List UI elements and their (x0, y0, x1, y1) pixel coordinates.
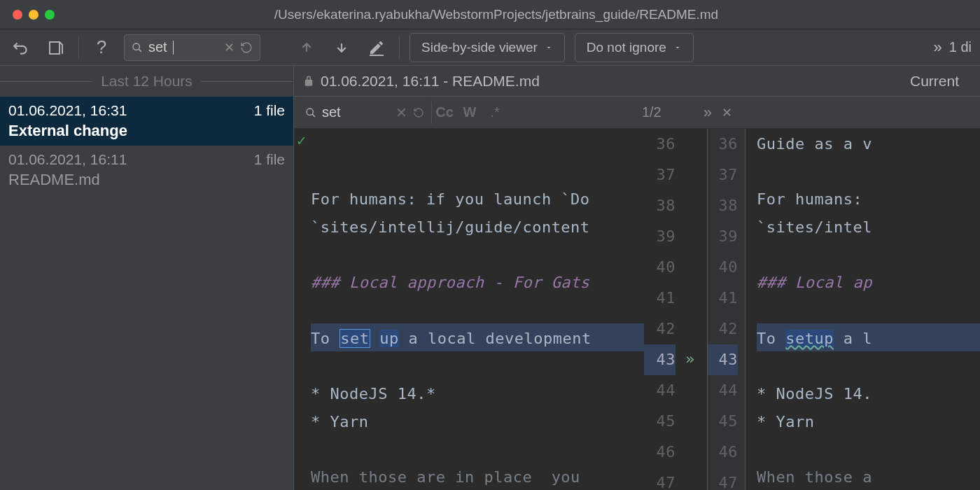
search-icon (305, 107, 316, 118)
window-controls (13, 10, 55, 20)
code-area: ✓ . . For humans: if you launch `Do `sit… (294, 129, 980, 490)
diff-search-value: set (322, 104, 341, 120)
viewer-mode-label: Side-by-side viewer (421, 40, 538, 55)
diff-middle-gutter: » (682, 129, 707, 490)
svg-point-3 (307, 108, 313, 115)
svg-rect-0 (50, 42, 59, 54)
close-search-icon[interactable]: ✕ (722, 105, 732, 120)
entry-name: External change (8, 122, 285, 140)
entry-file-count: 1 file (254, 151, 285, 168)
lock-icon (302, 75, 315, 88)
words-button[interactable]: W (457, 100, 482, 125)
left-gutter: 36373839404142434445464748 (644, 129, 682, 490)
entry-timestamp: 01.06.2021, 16:31 (8, 102, 127, 119)
sidebar-group-header: Last 12 Hours (0, 66, 293, 97)
diff-search-box[interactable]: set ✕ (298, 99, 431, 126)
clear-search-icon[interactable]: ✕ (224, 40, 234, 55)
clear-icon[interactable]: ✕ (396, 104, 407, 121)
chevron-down-icon (673, 43, 682, 52)
history-sidebar: Last 12 Hours 01.06.2021, 16:311 file Ex… (0, 66, 294, 490)
entry-timestamp: 01.06.2021, 16:11 (8, 151, 127, 168)
help-button[interactable]: ? (89, 35, 114, 60)
match-counter: 1/2 (642, 104, 662, 120)
next-diff-button[interactable] (329, 35, 354, 60)
svg-point-1 (133, 43, 139, 50)
close-window-button[interactable] (13, 10, 22, 20)
chevrons-right-icon[interactable]: » (704, 104, 712, 122)
titlebar: /Users/ekaterina.ryabukha/WebstormProjec… (0, 0, 980, 29)
sidebar-search-value: set (148, 39, 167, 55)
left-pane-title: 01.06.2021, 16:11 - README.md (294, 73, 910, 90)
search-icon (132, 42, 143, 53)
window-title: /Users/ekaterina.ryabukha/WebstormProjec… (55, 7, 980, 22)
viewer-mode-select[interactable]: Side-by-side viewer (410, 33, 565, 62)
right-gutter: 36373839404142434445464748 (707, 129, 746, 490)
match-case-button[interactable]: Cc (432, 100, 457, 125)
search-history-icon[interactable] (240, 41, 253, 54)
edit-button[interactable] (364, 35, 389, 60)
sidebar-search-box[interactable]: set ✕ (124, 34, 260, 61)
right-pane-title: Current (910, 73, 980, 90)
chevrons-right-icon[interactable]: » (934, 38, 942, 57)
toolbar-overflow: » 1 di (934, 38, 972, 57)
regex-button[interactable]: .* (482, 100, 507, 125)
main-toolbar: ? set ✕ Side-by-side viewer Do not ignor… (0, 29, 980, 66)
minimize-window-button[interactable] (29, 10, 38, 20)
diff-count-label: 1 di (949, 39, 972, 55)
entry-file-count: 1 file (254, 102, 285, 119)
ignore-label: Do not ignore (587, 40, 666, 55)
undo-button[interactable] (8, 35, 34, 60)
diff-search-toolbar: set ✕ Cc W .* 1/2 » ✕ (294, 97, 980, 129)
history-icon[interactable] (413, 107, 424, 118)
entry-name: README.md (8, 171, 285, 189)
chevron-down-icon (545, 43, 553, 52)
maximize-window-button[interactable] (45, 10, 55, 20)
left-code-pane[interactable]: . . For humans: if you launch `Do `sites… (294, 129, 644, 490)
ignore-whitespace-select[interactable]: Do not ignore (575, 33, 694, 62)
history-entry[interactable]: 01.06.2021, 16:311 file External change (0, 97, 293, 146)
svg-rect-2 (370, 55, 384, 56)
prev-diff-button[interactable] (294, 35, 319, 60)
accept-change-icon[interactable]: » (685, 350, 695, 368)
revisions-button[interactable] (43, 35, 69, 60)
diff-panel: 01.06.2021, 16:11 - README.md Current se… (294, 66, 980, 490)
history-entry[interactable]: 01.06.2021, 16:111 file README.md (0, 146, 293, 195)
right-code-pane[interactable]: Guide as a v For humans: `sites/intel ##… (746, 129, 980, 490)
